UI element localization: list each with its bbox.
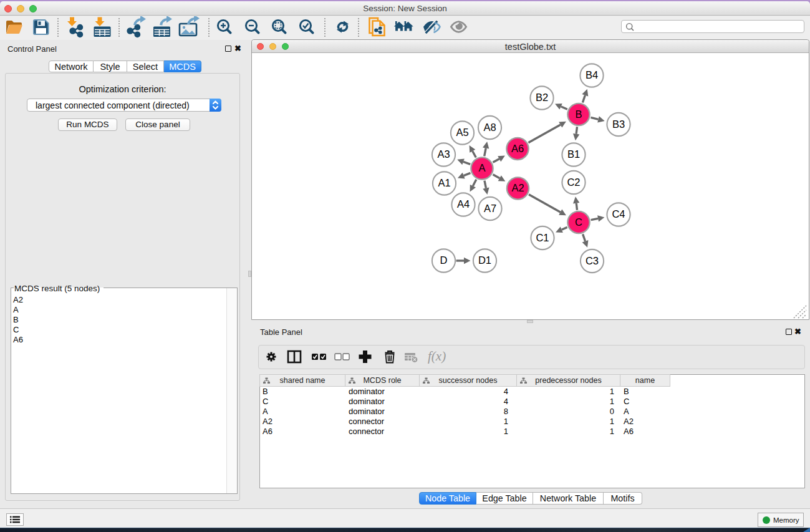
svg-text:B: B [575,109,582,120]
svg-text:A6: A6 [511,143,524,154]
svg-text:A: A [478,162,485,173]
svg-text:B4: B4 [586,69,598,80]
svg-text:C3: C3 [586,255,599,266]
svg-text:A8: A8 [483,122,496,133]
svg-text:C2: C2 [567,177,580,188]
svg-text:D1: D1 [478,254,491,266]
svg-text:C4: C4 [612,208,625,220]
svg-text:A5: A5 [456,127,468,138]
svg-text:A7: A7 [484,203,496,214]
svg-text:f(x): f(x) [428,349,446,364]
svg-text:A3: A3 [437,148,450,160]
svg-text:A4: A4 [457,198,470,210]
svg-text:D: D [440,254,448,266]
svg-text:B1: B1 [567,148,580,160]
svg-text:C: C [575,216,582,228]
svg-text:B3: B3 [612,118,625,130]
svg-text:C1: C1 [536,232,549,243]
svg-text:A2: A2 [511,182,524,193]
svg-text:B2: B2 [536,92,548,103]
svg-text:A1: A1 [438,177,450,188]
